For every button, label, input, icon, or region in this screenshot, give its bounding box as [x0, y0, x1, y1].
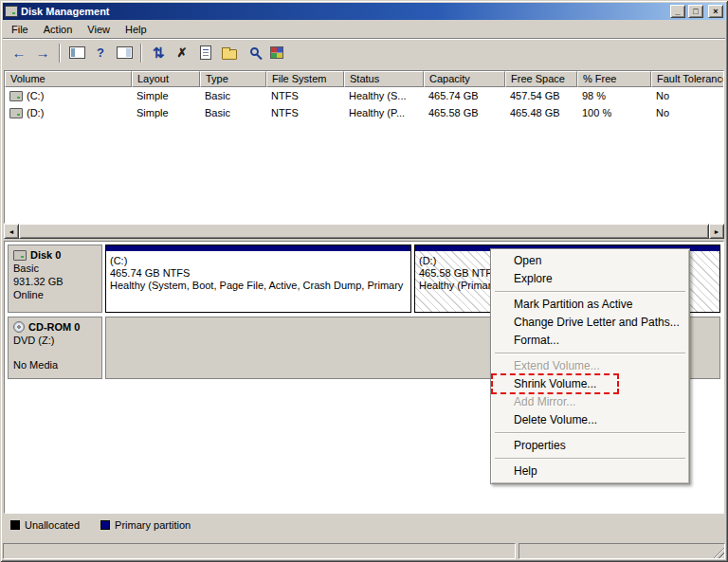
titlebar: Disk Management _ □ ×	[3, 3, 725, 20]
cdrom0-name: CD-ROM 0	[28, 320, 80, 334]
volume-row-c[interactable]: (C:) Simple Basic NTFS Healthy (S... 465…	[5, 87, 723, 104]
properties-icon	[200, 45, 211, 60]
menu-help[interactable]: Help	[118, 22, 155, 37]
spacer	[13, 347, 97, 358]
partition-c-size: 465.74 GB NTFS	[110, 267, 407, 280]
menu-separator	[495, 458, 685, 460]
menu-item-open[interactable]: Open	[493, 252, 687, 270]
menu-item-add-mirror: Add Mirror...	[493, 393, 687, 411]
menu-item-extend-volume: Extend Volume...	[493, 357, 687, 375]
show-hide-console-tree-button[interactable]	[65, 42, 88, 64]
column-header-free-space[interactable]: Free Space	[505, 71, 577, 87]
cdrom0-status: No Media	[13, 358, 97, 372]
disk0-type: Basic	[13, 262, 97, 275]
unallocated-swatch	[10, 520, 20, 530]
open-button[interactable]	[218, 42, 241, 64]
volume-list-pane: Volume Layout Type File System Status Ca…	[4, 70, 724, 224]
column-header-layout[interactable]: Layout	[132, 71, 200, 87]
cell-layout: Simple	[132, 107, 200, 118]
column-header-file-system[interactable]: File System	[266, 71, 344, 87]
menu-item-help[interactable]: Help	[493, 462, 687, 480]
scroll-right-button[interactable]: ►	[709, 224, 724, 239]
horizontal-scrollbar: ◄ ►	[4, 224, 724, 239]
cell-capacity: 465.74 GB	[424, 90, 505, 101]
cell-status: Healthy (P...	[344, 107, 424, 118]
show-hide-action-pane-button[interactable]	[113, 42, 136, 64]
menu-action[interactable]: Action	[36, 22, 81, 37]
help-topics-button[interactable]	[265, 42, 288, 64]
resize-grip[interactable]	[712, 546, 724, 558]
cell-type: Basic	[200, 90, 266, 101]
partition-c[interactable]: (C:) 465.74 GB NTFS Healthy (System, Boo…	[105, 245, 411, 313]
cell-capacity: 465.58 GB	[424, 107, 505, 118]
menubar: File Action View Help	[3, 20, 725, 38]
scroll-left-button[interactable]: ◄	[4, 224, 19, 239]
disk0-label-panel[interactable]: Disk 0 Basic 931.32 GB Online	[8, 245, 102, 313]
column-header-fault-tolerance[interactable]: Fault Tolerance	[651, 71, 724, 87]
column-header-pct-free[interactable]: % Free	[577, 71, 651, 87]
scroll-right-icon: ►	[714, 228, 720, 235]
toolbar-separator	[140, 44, 142, 63]
forward-button[interactable]: →	[31, 42, 54, 64]
status-panel-right	[519, 543, 725, 559]
disk0-status: Online	[13, 288, 97, 301]
action-pane-icon	[117, 46, 133, 59]
explore-button[interactable]	[242, 42, 264, 64]
legend: Unallocated Primary partition	[4, 514, 724, 536]
maximize-button[interactable]: □	[688, 5, 703, 18]
cdrom0-type: DVD (Z:)	[13, 334, 97, 347]
menu-item-properties[interactable]: Properties	[493, 437, 687, 455]
cell-pct-free: 98 %	[577, 90, 651, 101]
cell-file-system: NTFS	[266, 107, 344, 118]
cdrom0-label-panel[interactable]: CD-ROM 0 DVD (Z:) No Media	[8, 317, 102, 379]
back-button[interactable]: ←	[8, 42, 30, 64]
refresh-icon: ⇅	[153, 45, 165, 60]
context-menu: Open Explore Mark Partition as Active Ch…	[490, 248, 690, 484]
menu-file[interactable]: File	[4, 22, 36, 37]
cell-free-space: 457.54 GB	[505, 90, 577, 101]
properties-button[interactable]	[194, 42, 217, 64]
menu-item-explore[interactable]: Explore	[493, 270, 687, 288]
cell-volume: (D:)	[5, 107, 132, 118]
volume-row-d[interactable]: (D:) Simple Basic NTFS Healthy (P... 465…	[5, 104, 723, 121]
help-topics-icon	[270, 46, 283, 59]
menu-item-delete-volume[interactable]: Delete Volume...	[493, 411, 687, 429]
menu-separator	[495, 353, 685, 354]
cell-volume: (C:)	[5, 90, 132, 101]
minimize-button[interactable]: _	[670, 5, 685, 18]
open-folder-icon	[222, 49, 237, 60]
help-icon: ?	[97, 45, 104, 60]
menu-item-mark-partition-as-active[interactable]: Mark Partition as Active	[493, 296, 687, 314]
menu-separator	[495, 432, 685, 434]
delete-icon: ✗	[177, 45, 188, 60]
cell-fault-tolerance: No	[651, 107, 724, 118]
cell-file-system: NTFS	[266, 90, 344, 101]
volume-list-header: Volume Layout Type File System Status Ca…	[5, 71, 723, 87]
scroll-left-icon: ◄	[9, 228, 15, 235]
toolbar: ← → ? ⇅ ✗	[3, 38, 725, 66]
column-header-capacity[interactable]: Capacity	[424, 71, 505, 87]
disk-icon	[13, 250, 27, 261]
cell-fault-tolerance: No	[651, 90, 724, 101]
disk0-size: 931.32 GB	[13, 275, 97, 288]
close-button[interactable]: ×	[708, 5, 723, 18]
forward-icon: →	[36, 45, 50, 60]
delete-volume-button[interactable]: ✗	[171, 42, 193, 64]
menu-view[interactable]: View	[80, 22, 118, 37]
back-icon: ←	[12, 45, 27, 60]
help-button[interactable]: ?	[89, 42, 112, 64]
menu-separator	[495, 291, 685, 293]
scrollbar-track[interactable]	[19, 224, 709, 239]
column-header-type[interactable]: Type	[200, 71, 266, 87]
menu-item-format[interactable]: Format...	[493, 332, 687, 350]
menu-item-shrink-volume[interactable]: Shrink Volume...	[493, 375, 687, 393]
menu-item-change-drive-letter-and-paths[interactable]: Change Drive Letter and Paths...	[493, 314, 687, 332]
column-header-status[interactable]: Status	[344, 71, 424, 87]
column-header-volume[interactable]: Volume	[5, 71, 132, 87]
drive-icon	[9, 91, 23, 101]
cell-type: Basic	[200, 107, 266, 118]
refresh-button[interactable]: ⇅	[147, 42, 170, 64]
status-panel-left	[3, 543, 516, 559]
cell-pct-free: 100 %	[577, 107, 651, 118]
scrollbar-thumb[interactable]	[19, 224, 709, 239]
